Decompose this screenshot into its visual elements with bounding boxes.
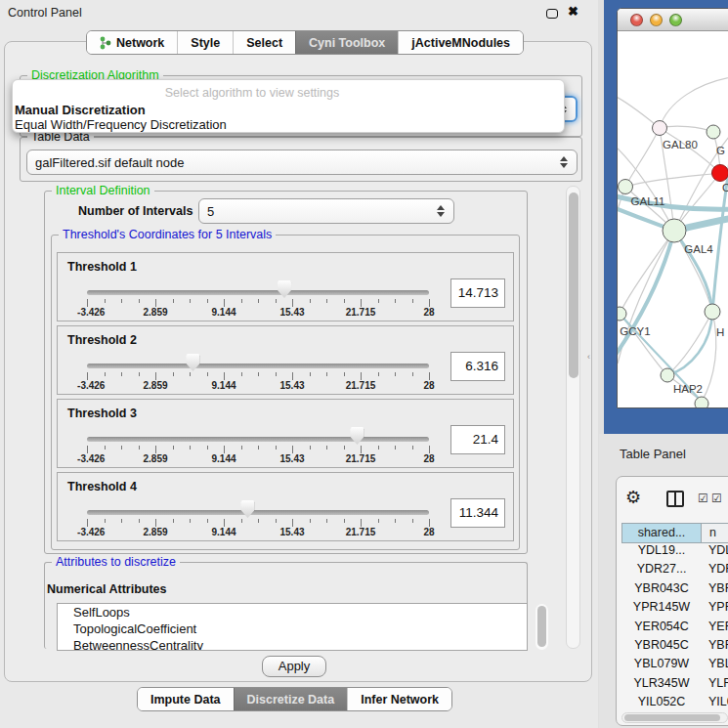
column-header-shared[interactable]: shared... bbox=[621, 523, 702, 543]
tick-mark bbox=[241, 519, 242, 523]
network-edge[interactable] bbox=[618, 231, 674, 364]
cell-shared-name: YDL19... bbox=[621, 543, 702, 557]
split-columns-icon[interactable] bbox=[666, 491, 684, 507]
network-canvas[interactable]: GAL80GCGAL11GAL4GCY1HHAP2 bbox=[618, 31, 728, 408]
network-edge[interactable] bbox=[702, 312, 716, 402]
tick-mark bbox=[224, 299, 225, 307]
scale-label: 2.859 bbox=[143, 527, 167, 537]
network-edge[interactable] bbox=[618, 95, 660, 128]
threshold-slider-track[interactable] bbox=[87, 510, 429, 515]
num-intervals-combo[interactable]: 5 bbox=[198, 198, 454, 224]
threshold-slider-track[interactable] bbox=[87, 364, 429, 368]
network-node[interactable] bbox=[712, 165, 728, 182]
splitter-collapse-icon[interactable]: ‹ bbox=[587, 352, 590, 362]
close-icon[interactable]: ✖ bbox=[568, 4, 578, 19]
tick-mark bbox=[224, 372, 225, 380]
network-edge-weighted[interactable] bbox=[618, 231, 674, 359]
scale-label: -3.426 bbox=[77, 307, 105, 318]
network-node[interactable] bbox=[618, 307, 626, 321]
tab-label: Cyni Toolbox bbox=[309, 36, 385, 50]
table-hscrollbar-thumb[interactable] bbox=[624, 714, 720, 721]
threshold-slider-thumb[interactable] bbox=[186, 354, 199, 371]
network-node[interactable] bbox=[705, 304, 720, 320]
threshold-value-field[interactable]: 14.713 bbox=[450, 278, 505, 308]
threshold-value-field[interactable]: 11.344 bbox=[450, 498, 505, 528]
table-hscrollbar-track[interactable] bbox=[621, 712, 728, 723]
network-window-titlebar[interactable] bbox=[618, 9, 728, 31]
threshold-panel: Threshold 3 -3.4262.8599.14415.4321.7152… bbox=[57, 399, 514, 468]
tick-mark bbox=[173, 446, 174, 450]
tab-style[interactable]: Style bbox=[177, 31, 233, 54]
table-row[interactable]: YLR345WYLR3 bbox=[621, 676, 728, 695]
tab-jactivemnodules[interactable]: jActiveMNodules bbox=[398, 31, 523, 54]
threshold-slider-track[interactable] bbox=[87, 437, 429, 442]
scale-label: 15.43 bbox=[279, 453, 304, 464]
network-edge[interactable] bbox=[660, 75, 728, 128]
algorithm-option-manual[interactable]: Manual Discretization bbox=[15, 103, 562, 117]
tab-label: Style bbox=[191, 36, 220, 50]
network-window[interactable]: GAL80GCGAL11GAL4GCY1HHAP2 bbox=[617, 8, 728, 408]
tick-mark bbox=[361, 446, 362, 453]
network-edge[interactable] bbox=[660, 126, 713, 132]
bottom-tab-impute-data[interactable]: Impute Data bbox=[138, 688, 234, 710]
network-node[interactable] bbox=[619, 180, 633, 194]
tick-mark bbox=[121, 519, 122, 523]
network-node[interactable] bbox=[695, 397, 708, 408]
table-row[interactable]: YDL19...YDL1 bbox=[621, 543, 728, 562]
algorithm-option-equal-width[interactable]: Equal Width/Frequency Discretization bbox=[15, 117, 562, 132]
attribute-list-item[interactable]: TopologicalCoefficient bbox=[58, 621, 527, 637]
network-node[interactable] bbox=[661, 368, 674, 382]
tick-mark bbox=[155, 299, 156, 307]
bottom-tab-discretize-data[interactable]: Discretize Data bbox=[234, 688, 348, 710]
checkbox-icon[interactable]: ☑ bbox=[711, 492, 722, 505]
network-node[interactable] bbox=[663, 219, 686, 242]
bottom-tab-label: Infer Network bbox=[361, 693, 439, 707]
table-row[interactable]: YPR145WYPR1 bbox=[621, 600, 728, 619]
table-row[interactable]: YBR043CYBR0 bbox=[621, 581, 728, 600]
table-row[interactable]: YDR27...YDR2 bbox=[621, 562, 728, 580]
numerical-attributes-list[interactable]: SelfLoopsTopologicalCoefficientBetweenne… bbox=[57, 603, 528, 651]
gear-icon[interactable]: ⚙ bbox=[625, 487, 641, 508]
scale-label: 15.43 bbox=[279, 527, 304, 537]
table-row[interactable]: YBL079WYBL0 bbox=[621, 657, 728, 675]
tick-mark bbox=[310, 299, 311, 303]
network-edge-weighted[interactable] bbox=[667, 312, 712, 375]
tab-select[interactable]: Select bbox=[233, 31, 295, 54]
tick-mark bbox=[276, 372, 277, 376]
threshold-slider-thumb[interactable] bbox=[278, 280, 291, 298]
bottom-tab-infer-network[interactable]: Infer Network bbox=[347, 688, 451, 710]
float-window-icon[interactable] bbox=[546, 9, 558, 19]
zoom-traffic-light-icon[interactable] bbox=[669, 14, 682, 26]
minimize-traffic-light-icon[interactable] bbox=[650, 14, 663, 26]
network-node[interactable] bbox=[707, 125, 720, 139]
tick-mark bbox=[87, 372, 88, 380]
tick-mark bbox=[412, 372, 413, 376]
attribute-list-item[interactable]: SelfLoops bbox=[58, 604, 527, 621]
threshold-slider-track[interactable] bbox=[87, 290, 429, 295]
scale-label: 9.144 bbox=[211, 527, 236, 537]
network-node[interactable] bbox=[653, 121, 667, 136]
table-row[interactable]: YBR045CYBR0 bbox=[621, 638, 728, 657]
thresholds-group-label: Threshold's Coordinates for 5 Intervals bbox=[59, 228, 276, 241]
attr-list-scrollbar-thumb[interactable] bbox=[537, 606, 546, 647]
threshold-value-field[interactable]: 21.4 bbox=[450, 425, 505, 454]
main-scrollbar-thumb[interactable] bbox=[569, 193, 578, 378]
apply-button[interactable]: Apply bbox=[262, 656, 326, 677]
close-traffic-light-icon[interactable] bbox=[630, 14, 643, 26]
tick-mark bbox=[105, 372, 106, 376]
column-header-name[interactable]: n bbox=[701, 523, 728, 543]
main-scrollbar-track[interactable] bbox=[566, 186, 580, 649]
table-data-combo[interactable]: galFiltered.sif default node bbox=[26, 150, 578, 175]
tab-cyni-toolbox[interactable]: Cyni Toolbox bbox=[295, 31, 398, 54]
algorithm-dropdown-popup: Select algorithm to view settings Manual… bbox=[12, 79, 565, 133]
threshold-slider-thumb[interactable] bbox=[350, 427, 364, 445]
tab-network[interactable]: Network bbox=[87, 31, 177, 54]
threshold-slider-thumb[interactable] bbox=[240, 500, 254, 518]
threshold-value-field[interactable]: 6.316 bbox=[450, 352, 505, 381]
table-row[interactable]: YER054CYER0 bbox=[621, 620, 728, 638]
table-row[interactable]: YIL052CYIL0 bbox=[621, 695, 728, 711]
attribute-list-item[interactable]: BetweennessCentrality bbox=[58, 637, 527, 651]
checkbox-icon[interactable]: ☑ bbox=[698, 492, 708, 505]
attr-list-scrollbar-track[interactable] bbox=[535, 604, 548, 650]
tick-mark bbox=[344, 519, 345, 523]
